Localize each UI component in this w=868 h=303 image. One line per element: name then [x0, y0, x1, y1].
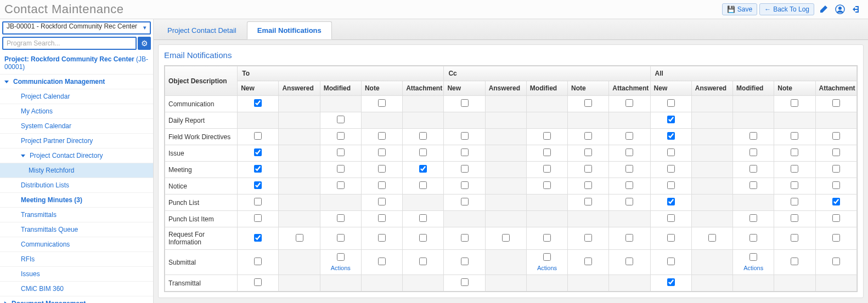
notification-checkbox[interactable]	[543, 234, 551, 242]
notification-checkbox[interactable]	[625, 234, 633, 242]
actions-link[interactable]: Actions	[530, 265, 564, 271]
notification-checkbox[interactable]	[419, 165, 427, 173]
notification-checkbox[interactable]	[461, 165, 469, 173]
notification-checkbox[interactable]	[791, 148, 798, 156]
actions-link[interactable]: Actions	[736, 265, 770, 271]
notification-checkbox[interactable]	[832, 148, 840, 156]
notification-checkbox[interactable]	[254, 181, 262, 189]
notification-checkbox[interactable]	[378, 258, 386, 265]
notification-checkbox[interactable]	[378, 99, 386, 107]
notification-checkbox[interactable]	[337, 181, 345, 189]
notification-checkbox[interactable]	[584, 234, 592, 242]
notification-checkbox[interactable]	[584, 132, 592, 140]
notification-checkbox[interactable]	[254, 132, 262, 140]
notification-checkbox[interactable]	[667, 99, 675, 107]
notification-checkbox[interactable]	[791, 198, 798, 205]
notification-checkbox[interactable]	[337, 132, 345, 140]
notification-checkbox[interactable]	[832, 181, 840, 189]
notification-checkbox[interactable]	[832, 132, 840, 140]
notification-checkbox[interactable]	[543, 165, 551, 173]
notification-checkbox[interactable]	[667, 132, 675, 140]
notification-checkbox[interactable]	[584, 148, 592, 156]
notification-checkbox[interactable]	[667, 278, 675, 286]
notification-checkbox[interactable]	[419, 181, 427, 189]
notification-checkbox[interactable]	[667, 116, 675, 123]
notification-checkbox[interactable]	[254, 234, 262, 242]
notification-checkbox[interactable]	[625, 258, 633, 265]
tree-item[interactable]: Meeting Minutes (3)	[0, 193, 153, 208]
notification-checkbox[interactable]	[254, 214, 262, 222]
tab[interactable]: Project Contact Detail	[157, 21, 247, 39]
notification-checkbox[interactable]	[749, 234, 757, 242]
notification-checkbox[interactable]	[749, 165, 757, 173]
notification-checkbox[interactable]	[461, 278, 469, 286]
notification-checkbox[interactable]	[461, 132, 469, 140]
tree-item[interactable]: Document Management	[0, 296, 153, 303]
notification-checkbox[interactable]	[378, 234, 386, 242]
notification-checkbox[interactable]	[378, 214, 386, 222]
save-button[interactable]: 💾 Save	[722, 3, 757, 15]
tree-item[interactable]: My Actions	[0, 104, 153, 119]
tree-item[interactable]: Communication Management	[0, 75, 153, 89]
tree-item[interactable]: Project Calendar	[0, 89, 153, 104]
notification-checkbox[interactable]	[584, 165, 592, 173]
tree-item[interactable]: Issues	[0, 267, 153, 282]
notification-checkbox[interactable]	[625, 148, 633, 156]
notification-checkbox[interactable]	[337, 214, 345, 222]
notification-checkbox[interactable]	[461, 181, 469, 189]
notification-checkbox[interactable]	[749, 253, 757, 261]
notification-checkbox[interactable]	[254, 278, 262, 286]
project-select[interactable]: JB-00001 - Rockford Community Rec Center	[2, 21, 151, 35]
notification-checkbox[interactable]	[419, 148, 427, 156]
tree-item[interactable]: Transmittals Queue	[0, 222, 153, 237]
notification-checkbox[interactable]	[584, 181, 592, 189]
notification-checkbox[interactable]	[337, 253, 345, 261]
notification-checkbox[interactable]	[625, 198, 633, 205]
notification-checkbox[interactable]	[378, 148, 386, 156]
notification-checkbox[interactable]	[419, 258, 427, 265]
notification-checkbox[interactable]	[584, 198, 592, 205]
notification-checkbox[interactable]	[791, 99, 798, 107]
notification-checkbox[interactable]	[667, 258, 675, 265]
notification-checkbox[interactable]	[419, 132, 427, 140]
notification-checkbox[interactable]	[708, 234, 716, 242]
actions-link[interactable]: Actions	[324, 265, 358, 271]
notification-checkbox[interactable]	[791, 181, 798, 189]
notification-checkbox[interactable]	[419, 234, 427, 242]
notification-checkbox[interactable]	[254, 165, 262, 173]
notification-checkbox[interactable]	[667, 234, 675, 242]
notification-checkbox[interactable]	[461, 234, 469, 242]
notification-checkbox[interactable]	[254, 258, 262, 265]
notification-checkbox[interactable]	[337, 116, 345, 123]
notification-checkbox[interactable]	[667, 181, 675, 189]
notification-checkbox[interactable]	[254, 99, 262, 107]
tree-item[interactable]: System Calendar	[0, 119, 153, 134]
notification-checkbox[interactable]	[461, 198, 469, 205]
notification-checkbox[interactable]	[584, 99, 592, 107]
notification-checkbox[interactable]	[832, 99, 840, 107]
notification-checkbox[interactable]	[378, 165, 386, 173]
search-settings-button[interactable]: ⚙	[138, 37, 151, 50]
notification-checkbox[interactable]	[296, 234, 303, 242]
notification-checkbox[interactable]	[378, 198, 386, 205]
notification-checkbox[interactable]	[791, 234, 798, 242]
notification-checkbox[interactable]	[791, 132, 798, 140]
tree-item[interactable]: CMiC BIM 360	[0, 282, 153, 296]
notification-checkbox[interactable]	[749, 132, 757, 140]
notification-checkbox[interactable]	[337, 165, 345, 173]
edit-icon[interactable]	[816, 3, 831, 16]
notification-checkbox[interactable]	[791, 165, 798, 173]
logout-icon[interactable]	[849, 3, 864, 16]
back-to-log-button[interactable]: ← Back To Log	[759, 3, 814, 15]
notification-checkbox[interactable]	[543, 253, 551, 261]
notification-checkbox[interactable]	[625, 99, 633, 107]
notification-checkbox[interactable]	[832, 214, 840, 222]
notification-checkbox[interactable]	[461, 99, 469, 107]
notification-checkbox[interactable]	[832, 234, 840, 242]
notification-checkbox[interactable]	[667, 198, 675, 205]
notification-checkbox[interactable]	[419, 214, 427, 222]
notification-checkbox[interactable]	[749, 181, 757, 189]
notification-checkbox[interactable]	[461, 148, 469, 156]
notification-checkbox[interactable]	[832, 258, 840, 265]
tree-item[interactable]: Communications	[0, 237, 153, 252]
